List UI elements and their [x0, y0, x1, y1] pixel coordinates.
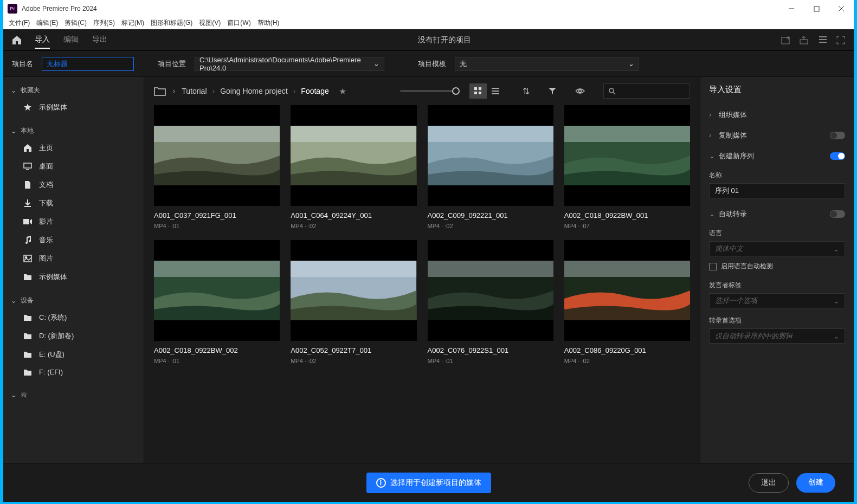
- sidebar-item[interactable]: D: (新加卷): [3, 327, 144, 345]
- media-card[interactable]: A002_C076_0922S1_001MP4 · :01: [428, 240, 553, 364]
- project-template-select[interactable]: 无 ⌄: [455, 57, 639, 71]
- media-card[interactable]: A001_C064_09224Y_001MP4 · :02: [291, 105, 416, 229]
- menu-item[interactable]: 帮助(H): [257, 18, 280, 28]
- close-button[interactable]: [829, 0, 854, 17]
- menu-item[interactable]: 编辑(E): [36, 18, 58, 28]
- home-button[interactable]: [9, 32, 25, 48]
- media-card[interactable]: A002_C018_0922BW_001MP4 · :07: [564, 105, 690, 229]
- menu-item[interactable]: 序列(S): [93, 18, 115, 28]
- sidebar-item[interactable]: 文档: [3, 176, 144, 194]
- search-input[interactable]: [603, 83, 690, 99]
- sidebar-item[interactable]: 示例媒体: [3, 268, 144, 286]
- media-filename: A002_C052_0922T7_001: [291, 346, 416, 354]
- media-card[interactable]: A002_C009_092221_001MP4 · :02: [428, 105, 553, 229]
- auto-detect-checkbox[interactable]: [709, 263, 717, 270]
- star-icon: [23, 103, 33, 112]
- sidebar-item[interactable]: 示例媒体: [3, 98, 144, 117]
- folder-icon: [23, 332, 33, 340]
- folder-icon: [23, 351, 33, 358]
- sidebar-item-label: 示例媒体: [39, 102, 67, 112]
- project-name-input[interactable]: [42, 57, 134, 71]
- sidebar-item[interactable]: 桌面: [3, 157, 144, 176]
- media-thumbnail: [564, 240, 690, 341]
- list-view-button[interactable]: [487, 83, 504, 99]
- svg-line-25: [613, 92, 615, 94]
- sequence-name-input[interactable]: [709, 183, 845, 198]
- svg-rect-27: [154, 126, 280, 142]
- sidebar-item[interactable]: E: (U盘): [3, 345, 144, 364]
- media-card[interactable]: A002_C018_0922BW_002MP4 · :01: [154, 240, 280, 364]
- workspace-tab[interactable]: 编辑: [63, 31, 79, 49]
- new-bin-icon[interactable]: [781, 36, 791, 44]
- language-select[interactable]: 简体中文⌄: [709, 241, 845, 256]
- media-card[interactable]: A002_C052_0922T7_001MP4 · :02: [291, 240, 416, 364]
- organize-media-section[interactable]: ›组织媒体: [709, 105, 845, 125]
- sidebar-item[interactable]: 影片: [3, 212, 144, 231]
- media-thumbnail: [564, 105, 690, 206]
- menu-item[interactable]: 窗口(W): [227, 18, 250, 28]
- menu-item[interactable]: 文件(F): [9, 18, 30, 28]
- sidebar-section-header[interactable]: ⌄本地: [3, 123, 144, 139]
- transcribe-preset-label: 转录首选项: [709, 316, 845, 325]
- copy-media-toggle[interactable]: [830, 132, 845, 139]
- auto-transcribe-toggle[interactable]: [830, 210, 845, 218]
- media-meta: MP4 · :02: [291, 358, 416, 364]
- menu-item[interactable]: 视图(V): [199, 18, 221, 28]
- media-filename: A002_C086_09220G_001: [564, 346, 690, 354]
- menubar: 文件(F)编辑(E)剪辑(C)序列(S)标记(M)图形和标题(G)视图(V)窗口…: [3, 17, 854, 29]
- sidebar-item-label: E: (U盘): [39, 350, 65, 359]
- thumbnail-size-slider[interactable]: [400, 90, 460, 92]
- sidebar: ⌄收藏夹示例媒体⌄本地主页桌面文档下载影片音乐图片示例媒体⌄设备C: (系统)D…: [3, 77, 144, 463]
- svg-rect-35: [154, 261, 280, 277]
- sidebar-item[interactable]: 音乐: [3, 231, 144, 249]
- sidebar-item[interactable]: F: (EFI): [3, 364, 144, 380]
- topbar-center-text: 没有打开的项目: [107, 35, 781, 45]
- menu-item[interactable]: 标记(M): [121, 18, 144, 28]
- media-meta: MP4 · :02: [564, 358, 690, 364]
- sort-icon[interactable]: ⇅: [523, 86, 530, 96]
- filter-icon[interactable]: [548, 87, 557, 95]
- transcribe-preset-select[interactable]: 仅自动转录序列中的剪辑⌄: [709, 328, 845, 344]
- folder-icon[interactable]: [154, 86, 166, 96]
- breadcrumb-item[interactable]: Tutorial: [182, 87, 207, 95]
- auto-transcribe-section[interactable]: ⌄自动转录: [709, 204, 845, 224]
- breadcrumb-item[interactable]: Footage: [301, 87, 328, 95]
- eye-icon[interactable]: [575, 88, 585, 94]
- svg-rect-39: [428, 261, 553, 277]
- create-button[interactable]: 创建: [796, 473, 835, 493]
- create-sequence-section[interactable]: ⌄创建新序列: [709, 146, 845, 166]
- export-icon[interactable]: [800, 36, 809, 44]
- project-location-select[interactable]: C:\Users\Administrator\Documents\Adobe\P…: [195, 57, 384, 71]
- favorite-star-icon[interactable]: ★: [339, 86, 346, 96]
- create-sequence-toggle[interactable]: [830, 152, 845, 160]
- menu-icon[interactable]: [818, 36, 828, 44]
- media-thumbnail: [154, 240, 280, 341]
- fullscreen-icon[interactable]: [836, 36, 845, 44]
- workspace-tab[interactable]: 导出: [92, 31, 107, 49]
- svg-rect-17: [479, 87, 481, 90]
- grid-view-button[interactable]: [469, 83, 487, 99]
- menu-item[interactable]: 剪辑(C): [65, 18, 87, 28]
- workspace-tabs: 导入编辑导出: [35, 31, 107, 49]
- sidebar-item[interactable]: C: (系统): [3, 308, 144, 327]
- sidebar-item[interactable]: 图片: [3, 249, 144, 268]
- minimize-button[interactable]: [779, 0, 804, 17]
- sidebar-section-header[interactable]: ⌄云: [3, 387, 144, 403]
- media-thumbnail: [428, 105, 553, 206]
- sidebar-item-label: 下载: [39, 198, 53, 208]
- workspace-tab[interactable]: 导入: [35, 31, 50, 49]
- menu-item[interactable]: 图形和标题(G): [151, 18, 192, 28]
- breadcrumb-item[interactable]: Going Home project: [220, 87, 288, 95]
- speaker-select[interactable]: 选择一个选项⌄: [709, 293, 845, 308]
- sidebar-item[interactable]: 主页: [3, 139, 144, 157]
- media-card[interactable]: A001_C037_0921FG_001MP4 · :01: [154, 105, 280, 229]
- exit-button[interactable]: 退出: [749, 473, 789, 493]
- sidebar-section-header[interactable]: ⌄收藏夹: [3, 82, 144, 98]
- media-thumbnail: [428, 240, 553, 341]
- copy-media-section[interactable]: ›复制媒体: [709, 125, 845, 146]
- media-card[interactable]: A002_C086_09220G_001MP4 · :02: [564, 240, 690, 364]
- sidebar-item[interactable]: 下载: [3, 194, 144, 212]
- sidebar-section-header[interactable]: ⌄设备: [3, 293, 144, 308]
- maximize-button[interactable]: [804, 0, 829, 17]
- chevron-down-icon: ⌄: [11, 87, 16, 94]
